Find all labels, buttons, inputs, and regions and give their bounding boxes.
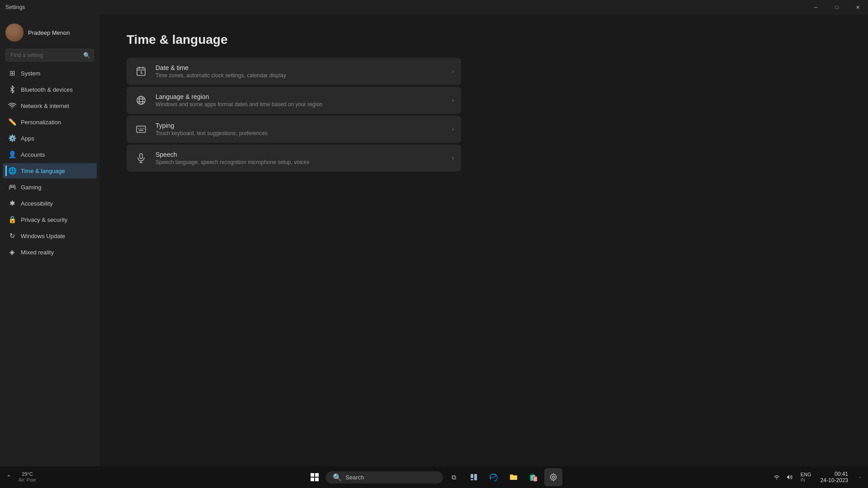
taskbar-right: ENG IN 00:41 24-10-2023 ⬝	[771, 469, 864, 485]
settings-list: Date & time Time zones, automatic clock …	[127, 58, 461, 172]
store-button[interactable]: 🛍️	[524, 468, 542, 486]
widgets-button[interactable]	[465, 468, 483, 486]
taskbar-left: ⌃ 29°C Air: Poor	[4, 469, 130, 484]
typing-title: Typing	[156, 122, 445, 129]
sidebar-item-personalization[interactable]: ✏️ Personalization	[3, 114, 97, 130]
speech-desc: Speech language, speech recognition micr…	[156, 159, 445, 165]
windows-update-icon: ↻	[8, 232, 16, 240]
time-language-icon: 🌐	[8, 167, 16, 175]
search-box: 🔍	[5, 49, 94, 61]
sidebar-item-privacy[interactable]: 🔒 Privacy & security	[3, 212, 97, 227]
accounts-icon: 👤	[8, 150, 16, 159]
speech-title: Speech	[156, 151, 445, 158]
task-view-button[interactable]: ⧉	[445, 468, 463, 486]
weather-temp: 29°C	[22, 471, 33, 477]
sidebar-item-network[interactable]: Network & internet	[3, 98, 97, 113]
sidebar-item-label: Windows Update	[21, 233, 65, 239]
typing-item[interactable]: Typing Touch keyboard, text suggestions,…	[127, 116, 461, 143]
titlebar-controls: ─ □ ✕	[806, 0, 868, 14]
taskbar-search-text: Search	[345, 474, 364, 481]
sidebar-item-label: Bluetooth & devices	[21, 86, 73, 93]
taskbar-center: 🔍 Search ⧉ 🛍️	[306, 468, 562, 486]
sidebar: Pradeep Menon 🔍 ⊞ System Bluetooth & dev…	[0, 14, 99, 466]
file-explorer-button[interactable]	[505, 468, 523, 486]
sidebar-item-label: Network & internet	[21, 103, 69, 109]
weather-widget[interactable]: 29°C Air: Poor	[16, 469, 39, 484]
language-region-item[interactable]: Language & region Windows and some apps …	[127, 87, 461, 114]
minimize-button[interactable]: ─	[806, 0, 826, 14]
titlebar-title: Settings	[5, 4, 25, 10]
clock-date: 24-10-2023	[821, 477, 848, 483]
user-info: Pradeep Menon	[28, 29, 70, 36]
apps-icon: ⚙️	[8, 134, 16, 142]
speech-item[interactable]: Speech Speech language, speech recogniti…	[127, 145, 461, 172]
sidebar-item-bluetooth[interactable]: Bluetooth & devices	[3, 82, 97, 97]
sidebar-item-mixed-reality[interactable]: ◈ Mixed reality	[3, 244, 97, 260]
svg-rect-22	[315, 478, 319, 481]
date-time-title: Date & time	[156, 64, 445, 71]
mixed-reality-icon: ◈	[8, 248, 16, 256]
date-time-icon	[134, 64, 148, 79]
system-clock[interactable]: 00:41 24-10-2023	[817, 469, 852, 485]
language-region-icon	[134, 93, 148, 108]
svg-rect-23	[471, 474, 473, 478]
sidebar-item-label: Accounts	[21, 151, 45, 158]
gaming-icon: 🎮	[8, 183, 16, 191]
language-region-title: Language & region	[156, 93, 445, 100]
user-profile[interactable]: Pradeep Menon	[0, 20, 99, 49]
settings-button[interactable]	[544, 468, 562, 486]
sidebar-item-label: Time & language	[21, 168, 65, 174]
avatar	[5, 23, 24, 42]
sidebar-item-accessibility[interactable]: ✱ Accessibility	[3, 196, 97, 211]
personalization-icon: ✏️	[8, 118, 16, 126]
close-button[interactable]: ✕	[847, 0, 868, 14]
sidebar-item-time-language[interactable]: 🌐 Time & language	[3, 163, 97, 178]
date-time-item[interactable]: Date & time Time zones, automatic clock …	[127, 58, 461, 85]
language-region-desc: Windows and some apps format dates and t…	[156, 101, 445, 108]
sidebar-item-label: Personalization	[21, 119, 61, 126]
svg-point-27	[552, 476, 555, 479]
language-indicator[interactable]: ENG IN	[799, 471, 813, 483]
sidebar-item-windows-update[interactable]: ↻ Windows Update	[3, 228, 97, 244]
speech-arrow: ›	[452, 155, 454, 161]
sidebar-item-accounts[interactable]: 👤 Accounts	[3, 147, 97, 162]
svg-rect-19	[311, 473, 314, 477]
clock-time: 00:41	[821, 471, 848, 477]
maximize-button[interactable]: □	[826, 0, 847, 14]
sidebar-item-label: Apps	[21, 135, 34, 142]
volume-tray-icon[interactable]	[783, 472, 795, 482]
taskbar-overflow-icon[interactable]: ⌃	[4, 472, 14, 483]
main-area: Pradeep Menon 🔍 ⊞ System Bluetooth & dev…	[0, 14, 868, 466]
search-icon: 🔍	[83, 52, 90, 59]
taskbar: ⌃ 29°C Air: Poor 🔍 Search ⧉	[0, 466, 868, 488]
language-region-text: Language & region Windows and some apps …	[156, 93, 445, 108]
speech-icon	[134, 151, 148, 165]
titlebar: Settings ─ □ ✕	[0, 0, 868, 14]
svg-rect-26	[474, 477, 477, 480]
speech-text: Speech Speech language, speech recogniti…	[156, 151, 445, 165]
network-tray-icon[interactable]	[771, 473, 783, 482]
svg-point-7	[139, 96, 143, 104]
sidebar-item-system[interactable]: ⊞ System	[3, 66, 97, 81]
typing-text: Typing Touch keyboard, text suggestions,…	[156, 122, 445, 136]
find-setting-input[interactable]	[5, 49, 94, 61]
bluetooth-icon	[8, 85, 16, 94]
svg-rect-16	[140, 154, 142, 159]
taskbar-search[interactable]: 🔍 Search	[326, 471, 443, 483]
taskbar-search-icon: 🔍	[333, 473, 342, 482]
network-icon	[8, 102, 16, 110]
start-button[interactable]	[306, 468, 324, 486]
notification-button[interactable]: ⬝	[855, 472, 864, 483]
sidebar-item-apps[interactable]: ⚙️ Apps	[3, 131, 97, 146]
system-icon: ⊞	[8, 69, 16, 77]
sidebar-item-label: Accessibility	[21, 200, 53, 207]
edge-browser-button[interactable]	[485, 468, 503, 486]
sidebar-item-gaming[interactable]: 🎮 Gaming	[3, 179, 97, 195]
svg-rect-25	[471, 479, 473, 480]
privacy-icon: 🔒	[8, 216, 16, 224]
avatar-image	[5, 23, 24, 42]
user-name: Pradeep Menon	[28, 29, 70, 36]
date-time-text: Date & time Time zones, automatic clock …	[156, 64, 445, 79]
typing-icon	[134, 122, 148, 136]
typing-arrow: ›	[452, 126, 454, 132]
